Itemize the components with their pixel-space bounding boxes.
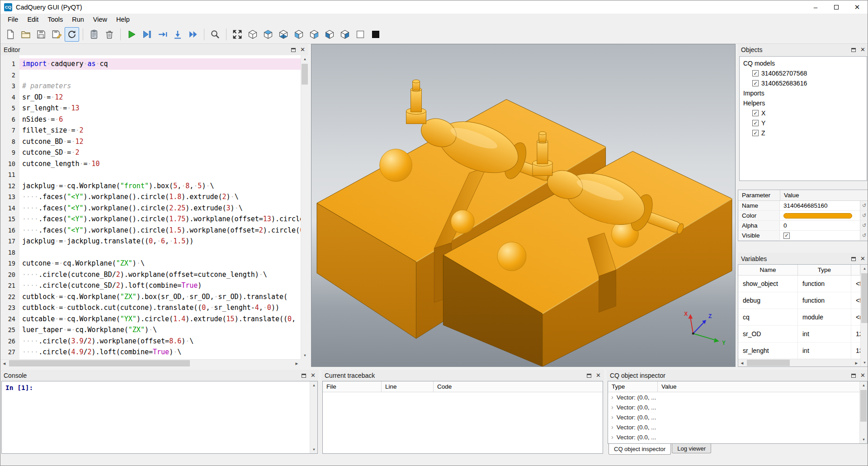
console-float-button[interactable]	[302, 372, 306, 379]
menu-edit[interactable]: Edit	[23, 14, 43, 25]
3d-model-canvas[interactable]: X Z Y	[311, 44, 735, 366]
expand-arrow-icon[interactable]: ›	[611, 414, 613, 420]
reset-button[interactable]: ↺	[860, 221, 868, 230]
scroll-right-button[interactable]: ▶	[853, 359, 860, 367]
property-value[interactable]	[780, 213, 860, 219]
code-line[interactable]: cutcone_SD·=·2	[19, 147, 301, 158]
tab-cq-object-inspector[interactable]: CQ object inspector	[609, 444, 671, 455]
editor-horizontal-scrollbar[interactable]: ◀ ▶	[0, 359, 301, 367]
checkbox[interactable]: ✓	[752, 80, 759, 86]
inspector-col-type[interactable]: Type	[608, 381, 658, 392]
scroll-down-button[interactable]: ▼	[301, 352, 308, 359]
maximize-button[interactable]	[826, 0, 847, 14]
titlebar[interactable]: CQ CadQuery GUI (PyQT) – ✕	[0, 0, 868, 14]
new-script-button[interactable]	[3, 27, 18, 42]
step-button[interactable]	[155, 27, 170, 42]
code-line[interactable]: import·cadquery·as·cq	[19, 58, 301, 70]
scroll-up-button[interactable]: ▲	[301, 55, 308, 63]
scrollbar-thumb[interactable]	[747, 360, 790, 366]
traceback-float-button[interactable]	[587, 372, 591, 379]
delete-objects-button[interactable]	[102, 27, 117, 42]
objects-float-button[interactable]	[851, 46, 856, 53]
scroll-left-button[interactable]: ◀	[738, 359, 746, 367]
inspector-row[interactable]: ›Vector: (0.0, ...	[608, 412, 859, 422]
expand-arrow-icon[interactable]: ›	[611, 404, 613, 410]
checkbox[interactable]: ✓	[752, 130, 759, 136]
code-line[interactable]: cutcone_BD·=·12	[19, 136, 301, 147]
console-vertical-scrollbar[interactable]: ▲ ▼	[310, 381, 317, 453]
tree-item-cq-models[interactable]: CQ models	[741, 58, 866, 68]
variable-row-show-object[interactable]: show_objectfunction<f	[738, 276, 860, 292]
traceback-col-code[interactable]: Code	[434, 381, 603, 392]
variables-col-name[interactable]: Name	[738, 265, 798, 275]
scrollbar-thumb[interactable]	[860, 390, 867, 422]
debug-script-button[interactable]	[140, 27, 154, 42]
code-line[interactable]	[19, 169, 301, 181]
code-line[interactable]: fillet_size·=·2	[19, 125, 301, 136]
scroll-left-button[interactable]: ◀	[0, 360, 8, 367]
code-line[interactable]: ····.faces("<Y").workplane().circle(1.5)…	[19, 225, 301, 236]
tree-item-x[interactable]: ✓X	[741, 108, 866, 118]
step-in-button[interactable]	[170, 27, 185, 42]
checkbox[interactable]: ✓	[752, 120, 759, 126]
tree-item-3140652707568[interactable]: ✓3140652707568	[741, 68, 866, 78]
code-line[interactable]: cutcone_length·=·10	[19, 158, 301, 170]
code-line[interactable]	[19, 247, 301, 258]
fit-view-button[interactable]	[230, 27, 245, 42]
scrollbar-thumb[interactable]	[861, 273, 868, 323]
reset-button[interactable]: ↺	[860, 211, 868, 220]
checkbox[interactable]: ✓	[752, 110, 759, 116]
scrollbar-thumb[interactable]	[9, 360, 190, 366]
menu-help[interactable]: Help	[112, 14, 134, 25]
code-line[interactable]: ····.faces("<Y").workplane().circle(1.8)…	[19, 191, 301, 203]
inspector-row[interactable]: ›Vector: (0.0, ...	[608, 402, 859, 412]
inspector-float-button[interactable]	[851, 372, 856, 379]
inspector-row[interactable]: ›Vector: (0.0, ...	[608, 432, 859, 442]
close-button[interactable]: ✕	[847, 0, 868, 14]
objects-panel-header[interactable]: Objects ✕	[738, 44, 868, 55]
wireframe-button[interactable]	[353, 27, 368, 42]
code-line[interactable]: luer_taper·=·cq.Workplane("ZX")·\	[19, 324, 301, 336]
code-line[interactable]: sr_lenght·=·13	[19, 103, 301, 114]
menu-run[interactable]: Run	[67, 14, 89, 25]
zoom-fit-button[interactable]	[208, 27, 222, 42]
scroll-right-button[interactable]: ▶	[293, 360, 301, 367]
expand-arrow-icon[interactable]: ›	[611, 424, 613, 430]
save-script-button[interactable]	[34, 27, 48, 42]
variable-row-debug[interactable]: debugfunction<f	[738, 292, 860, 309]
objects-close-button[interactable]: ✕	[860, 47, 865, 52]
inspector-row[interactable]: ›Vector: (0.0, ...	[608, 422, 859, 432]
scroll-up-button[interactable]: ▲	[860, 381, 868, 389]
checkbox[interactable]: ✓	[752, 70, 759, 76]
rear-view-button[interactable]	[307, 27, 321, 42]
code-line[interactable]: cutcable·=·cq.Workplane("YX").circle(1.4…	[19, 314, 301, 325]
editor-float-button[interactable]	[291, 46, 296, 53]
iso-view-button[interactable]	[245, 27, 260, 42]
bottom-view-button[interactable]	[276, 27, 291, 42]
objects-tree[interactable]: CQ models✓3140652707568✓3140652683616Imp…	[739, 56, 867, 181]
scrollbar-thumb[interactable]	[302, 64, 308, 85]
editor-vertical-scrollbar[interactable]: ▲ ▼	[301, 55, 308, 359]
tree-item-3140652683616[interactable]: ✓3140652683616	[741, 78, 866, 88]
variables-col-extra[interactable]	[851, 265, 860, 275]
tree-item-imports[interactable]: Imports	[741, 88, 866, 98]
property-value[interactable]: ✓	[780, 233, 860, 239]
console-close-button[interactable]: ✕	[311, 372, 316, 378]
scroll-down-button[interactable]: ▼	[860, 436, 868, 443]
property-value[interactable]: 0	[780, 222, 860, 229]
inspector-vertical-scrollbar[interactable]: ▲ ▼	[859, 381, 867, 443]
code-line[interactable]: sr_OD·=·12	[19, 92, 301, 103]
expand-arrow-icon[interactable]: ›	[611, 394, 613, 400]
variables-close-button[interactable]: ✕	[860, 256, 865, 262]
top-view-button[interactable]	[261, 27, 275, 42]
inspector-panel-header[interactable]: CQ object inspector ✕	[607, 370, 868, 381]
variables-vertical-scrollbar[interactable]: ▲ ▼	[860, 265, 868, 366]
minimize-button[interactable]: –	[805, 0, 826, 14]
scroll-down-button[interactable]: ▼	[861, 359, 868, 366]
viewport-3d[interactable]: X Z Y	[311, 44, 736, 367]
right-view-button[interactable]	[338, 27, 352, 42]
property-value[interactable]: 3140646685160	[780, 202, 860, 209]
console-body[interactable]: In [1]: ▲ ▼	[1, 381, 318, 454]
tree-item-z[interactable]: ✓Z	[741, 128, 866, 138]
traceback-close-button[interactable]: ✕	[596, 372, 601, 378]
